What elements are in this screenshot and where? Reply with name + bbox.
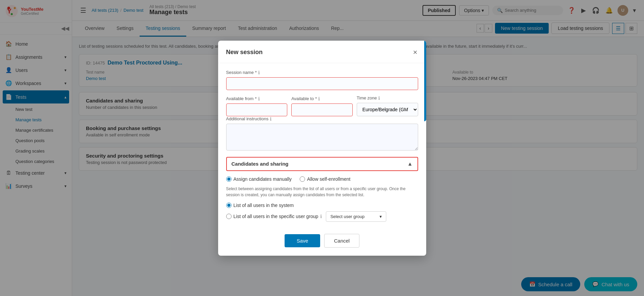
all-users-option[interactable]: List of all users in the system [226, 203, 418, 208]
modal-header: New session × [218, 41, 426, 63]
candidates-help-text: Select between assigning candidates from… [226, 186, 418, 198]
allow-self-enrollment-option[interactable]: Allow self-enrollment [300, 176, 350, 182]
modal-body: Session name * ℹ Available from * ℹ [218, 63, 426, 228]
modal-overlay: New session × Session name * ℹ Available… [0, 0, 644, 296]
assign-method-radio-group: Assign candidates manually Allow self-en… [226, 176, 418, 182]
available-to-input[interactable] [291, 103, 353, 116]
available-from-info-icon: ℹ [258, 96, 260, 101]
chevron-up-icon: ▲ [407, 161, 413, 167]
timezone-info-icon: ℹ [378, 95, 380, 101]
session-name-input[interactable] [226, 77, 418, 90]
session-name-group: Session name * ℹ [226, 70, 418, 90]
scroll-indicator [424, 41, 426, 121]
session-name-label: Session name * ℹ [226, 70, 418, 75]
additional-instructions-info-icon: ℹ [270, 116, 271, 122]
additional-instructions-group: Additional instructions ℹ [226, 116, 418, 152]
timezone-select[interactable]: Europe/Belgrade (GMT +1:00) [357, 103, 418, 116]
specific-group-info-icon: ℹ [320, 214, 322, 219]
timezone-label: Time zone ℹ [357, 95, 418, 101]
specific-group-option[interactable]: List of all users in the specific user g… [226, 214, 322, 219]
session-name-info-icon: ℹ [258, 70, 260, 75]
available-from-label: Available from * ℹ [226, 96, 288, 101]
available-to-info-icon: ℹ [318, 96, 320, 101]
allow-self-enrollment-radio[interactable] [300, 176, 305, 182]
select-user-group-dropdown[interactable]: Select user group ▾ [326, 211, 386, 222]
all-users-radio[interactable] [226, 203, 232, 208]
timezone-group: Time zone ℹ Europe/Belgrade (GMT +1:00) [357, 95, 418, 116]
additional-instructions-textarea[interactable] [226, 124, 418, 151]
modal-title: New session [226, 49, 263, 56]
specific-group-row: List of all users in the specific user g… [226, 211, 418, 222]
candidates-sharing-tab[interactable]: Candidates and sharing ▲ [226, 157, 418, 171]
new-session-modal: New session × Session name * ℹ Available… [218, 41, 426, 256]
cancel-btn[interactable]: Cancel [324, 234, 359, 248]
required-marker: * [255, 70, 257, 75]
specific-group-radio[interactable] [226, 214, 232, 219]
modal-close-btn[interactable]: × [412, 47, 418, 57]
chevron-down-icon: ▾ [380, 214, 382, 219]
all-users-radio-group: List of all users in the system [226, 203, 418, 208]
assign-manually-option[interactable]: Assign candidates manually [226, 176, 292, 182]
assign-manually-radio[interactable] [226, 176, 232, 182]
candidates-sharing-tab-label: Candidates and sharing [232, 161, 289, 167]
available-from-input[interactable] [226, 103, 288, 116]
available-to-label: Available to * ℹ [291, 96, 353, 101]
available-from-group: Available from * ℹ [226, 96, 288, 116]
additional-instructions-label: Additional instructions ℹ [226, 116, 418, 122]
save-btn[interactable]: Save [285, 234, 320, 247]
available-to-group: Available to * ℹ [291, 96, 353, 116]
modal-footer: Save Cancel [218, 228, 426, 256]
date-row: Available from * ℹ Available to * ℹ [226, 95, 418, 116]
